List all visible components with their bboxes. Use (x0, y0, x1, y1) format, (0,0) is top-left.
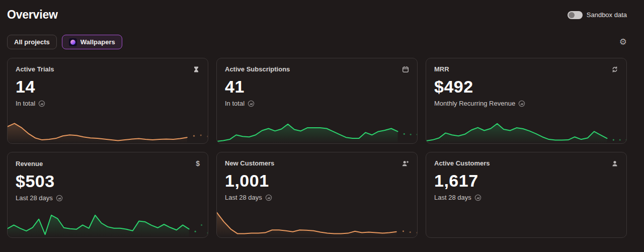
metric-value: $503 (16, 172, 200, 191)
metric-value: $492 (434, 77, 618, 97)
chart-badge-icon (248, 100, 255, 107)
card-title: New Customers (225, 159, 274, 167)
toggle-knob (569, 12, 575, 18)
metric-value: 41 (225, 77, 409, 97)
metric-sublabel: Last 28 days (16, 194, 53, 202)
sparkline-new-customers (217, 208, 417, 237)
overview-page: Overview Sandbox data All projects Wallp… (0, 0, 644, 238)
card-title: Active Subscriptions (225, 65, 290, 73)
controls-row: All projects Wallpapers ⚙ (7, 35, 627, 49)
sparkline-revenue (8, 208, 208, 237)
card-title: Active Trials (16, 65, 54, 73)
card-mrr: MRR $492 Monthly Recurring Revenue (426, 58, 627, 144)
settings-gear-icon[interactable]: ⚙ (619, 38, 627, 46)
metric-value: 14 (16, 77, 200, 97)
chart-badge-icon (56, 195, 63, 202)
sandbox-data-control: Sandbox data (568, 11, 627, 19)
metric-sublabel: Last 28 days (225, 194, 262, 201)
person-plus-icon (401, 160, 409, 167)
card-title: Active Customers (434, 159, 490, 167)
sparkline-mrr (426, 114, 626, 143)
chart-badge-icon (474, 194, 481, 201)
project-wallpapers-button[interactable]: Wallpapers (62, 35, 122, 49)
person-icon (611, 160, 618, 167)
metric-sublabel: In total (225, 100, 245, 107)
wallpapers-app-icon (69, 38, 77, 46)
metric-sublabel: Monthly Recurring Revenue (434, 100, 515, 107)
sync-icon (611, 66, 618, 73)
project-wallpapers-label: Wallpapers (80, 38, 115, 46)
chart-badge-icon (38, 100, 45, 107)
card-title: Revenue (16, 160, 43, 167)
card-new-customers: New Customers 1,001 Last 28 days (216, 152, 418, 238)
project-filter-pills: All projects Wallpapers (7, 35, 122, 49)
metric-sublabel: Last 28 days (434, 194, 471, 201)
all-projects-button[interactable]: All projects (7, 35, 57, 49)
chart-badge-icon (265, 194, 272, 201)
metric-cards-grid: Active Trials 14 In total Active Subscri… (7, 58, 627, 238)
card-revenue: Revenue $ $503 Last 28 days (7, 152, 208, 238)
metric-value: 1,617 (434, 171, 618, 191)
sandbox-data-toggle[interactable] (568, 11, 583, 19)
header: Overview Sandbox data (7, 8, 627, 22)
calendar-icon (402, 66, 409, 73)
metric-value: 1,001 (225, 171, 409, 191)
hourglass-icon (193, 66, 200, 73)
chart-badge-icon (518, 100, 525, 107)
card-title: MRR (434, 65, 449, 73)
card-active-subscriptions: Active Subscriptions 41 In total (216, 58, 418, 144)
card-active-customers: Active Customers 1,617 Last 28 days (426, 152, 627, 238)
dollar-icon: $ (196, 159, 200, 167)
card-active-trials: Active Trials 14 In total (7, 58, 208, 144)
sandbox-data-label: Sandbox data (587, 11, 627, 19)
metric-sublabel: In total (16, 100, 35, 107)
sparkline-active-subscriptions (217, 114, 417, 143)
all-projects-label: All projects (14, 38, 50, 46)
sparkline-active-trials (8, 114, 208, 143)
page-title: Overview (7, 8, 58, 22)
